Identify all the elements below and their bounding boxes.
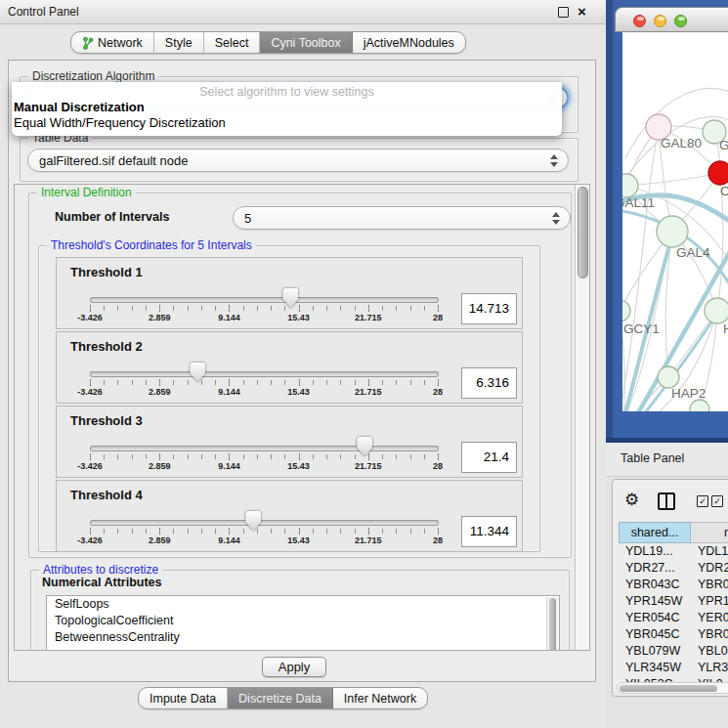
table-row[interactable]: YDL19...YDL1 (619, 543, 728, 560)
threshold-panel-1: Threshold 1-3.4262.8599.14415.4321.71528… (56, 257, 523, 329)
network-edge[interactable] (622, 127, 659, 411)
network-window-titlebar[interactable] (615, 7, 728, 32)
algorithm-dropdown-popup: Select algorithm to view settings Manual… (12, 82, 562, 136)
table-cell: YDL19... (619, 543, 691, 560)
table-cell: YDR27... (619, 560, 691, 577)
apply-button[interactable]: Apply (262, 657, 326, 677)
vertical-scrollbar-thumb[interactable] (578, 187, 588, 278)
network-node-gal4[interactable] (657, 216, 688, 247)
list-scrollbar-thumb[interactable] (549, 598, 556, 651)
tab-label: Infer Network (344, 692, 416, 706)
slider-tick-label: 9.144 (207, 535, 250, 545)
node-label-gal80: GAL80 (661, 136, 702, 150)
network-canvas[interactable]: GAL80GCGAL11GAL4GCY1HHAP2 (622, 32, 728, 411)
tab-impute-data[interactable]: Impute Data (139, 688, 228, 708)
table-row[interactable]: YER054CYER0 (619, 610, 728, 626)
settings-scrollpane: Interval Definition Number of Intervals … (14, 184, 590, 651)
threshold-value-field[interactable]: 11.344 (461, 516, 517, 547)
table-row[interactable]: YBR043CYBR0 (619, 577, 728, 593)
node-label-c: C (720, 184, 728, 198)
table-row[interactable]: YDR27...YDR2 (619, 560, 728, 577)
list-scrollbar[interactable] (546, 597, 558, 651)
column-header-shared[interactable]: shared... (619, 522, 691, 543)
table-row[interactable]: YPR145WYPR1 (619, 593, 728, 610)
tab-cyni-toolbox[interactable]: Cyni Toolbox (260, 32, 352, 53)
algorithm-option-manual-discretization[interactable]: Manual Discretization (14, 100, 145, 114)
network-node-hap2[interactable] (658, 366, 679, 388)
table-cell: YLR3 (691, 660, 728, 676)
tab-infer-network[interactable]: Infer Network (333, 688, 427, 708)
checkbox-icon[interactable]: ✓ (697, 495, 708, 507)
slider-minor-ticks (90, 454, 440, 459)
slider-thumb[interactable] (282, 288, 298, 308)
slider-thumb[interactable] (357, 437, 372, 456)
slider-tick-label: 28 (416, 313, 459, 322)
tab-network[interactable]: Network (71, 32, 154, 53)
slider-thumb-shape (245, 511, 261, 531)
tab-label: Cyni Toolbox (271, 36, 340, 50)
table-row[interactable]: YBL079WYBL0 (619, 643, 728, 660)
tab-style[interactable]: Style (154, 32, 204, 53)
bottom-tab-bar: Impute DataDiscretize DataInfer Network (138, 687, 428, 709)
close-icon[interactable]: × (578, 2, 586, 21)
attribute-item-selfloops[interactable]: SelfLoops (47, 596, 559, 613)
vertical-scrollbar[interactable] (575, 185, 589, 650)
interval-definition-title: Interval Definition (37, 186, 136, 199)
minimize-traffic-light-icon[interactable] (654, 15, 666, 27)
threshold-value-field[interactable]: 6.316 (461, 367, 517, 399)
table-cell: YER0 (691, 610, 728, 626)
tab-label: Impute Data (150, 692, 216, 706)
table-cell: YER054C (619, 610, 691, 626)
attribute-item-topologicalcoefficient[interactable]: TopologicalCoefficient (47, 613, 559, 629)
threshold-value-field[interactable]: 21.4 (461, 442, 517, 473)
number-of-intervals-combobox[interactable]: 5 (233, 206, 571, 230)
threshold-label: Threshold 4 (70, 488, 143, 502)
network-edge[interactable] (626, 173, 720, 186)
threshold-value-field[interactable]: 14.713 (461, 293, 517, 324)
slider-track (90, 297, 439, 303)
column-header-n[interactable]: n (691, 522, 728, 543)
tab-label: jActiveMNodules (364, 36, 454, 50)
tab-label: Select (215, 36, 249, 50)
table-row[interactable]: YLR345WYLR3 (619, 660, 728, 676)
slider-tick-label: -3.426 (68, 387, 111, 397)
slider-thumb[interactable] (245, 511, 261, 531)
horizontal-scrollbar[interactable] (617, 682, 728, 694)
zoom-traffic-light-icon[interactable] (674, 15, 687, 27)
slider-tick-label: 21.715 (347, 313, 390, 322)
network-node-h-node[interactable] (705, 298, 728, 323)
slider-thumb[interactable] (190, 363, 205, 382)
attribute-item-betweennesscentrality[interactable]: BetweennessCentrality (47, 629, 559, 646)
gear-icon[interactable]: ⚙ (624, 491, 639, 508)
network-node-gal11[interactable] (622, 174, 638, 197)
tab-select[interactable]: Select (204, 32, 261, 53)
horizontal-scrollbar-thumb[interactable] (620, 685, 717, 692)
control-panel-titlebar: Control Panel × (0, 0, 606, 24)
table-row[interactable]: YBR045CYBR0 (619, 626, 728, 643)
table-data-combobox[interactable]: galFiltered.sif default node (27, 149, 569, 172)
tab-discretize-data[interactable]: Discretize Data (228, 688, 333, 708)
columns-icon[interactable] (658, 492, 675, 510)
slider-thumb-shape (357, 437, 372, 456)
slider-tick-label: 15.43 (278, 535, 321, 545)
slider-tick-label: -3.426 (68, 535, 111, 545)
numerical-attributes-list[interactable]: SelfLoopsTopologicalCoefficientBetweenne… (46, 595, 560, 651)
network-node-bottom-node[interactable] (690, 400, 709, 411)
algorithm-option-equal-width-frequency-discretization[interactable]: Equal Width/Frequency Discretization (14, 115, 226, 130)
close-traffic-light-icon[interactable] (633, 15, 646, 27)
network-node-gcy1[interactable] (622, 300, 630, 321)
thresholds-group-title: Threshold's Coordinates for 5 Intervals (47, 238, 256, 252)
slider-tick-label: 2.859 (138, 387, 181, 397)
slider-tick-label: 2.859 (138, 313, 181, 322)
table-cell: YBR0 (691, 577, 728, 593)
table-cell: YBR045C (619, 626, 691, 643)
table-data-combo-value: galFiltered.sif default node (39, 153, 188, 168)
network-node-red-node[interactable] (708, 161, 728, 185)
screen: Control Panel × NetworkStyleSelectCyni T… (0, 0, 728, 728)
checkbox-icon[interactable]: ✓ (711, 495, 723, 507)
node-label-hap2: HAP2 (671, 386, 706, 401)
float-window-icon[interactable] (558, 7, 569, 18)
table-panel: ⚙ ✓ ✓ shared...n YDL19...YDL1YDR27...YDR… (612, 479, 728, 697)
tab-jactivemnodules[interactable]: jActiveMNodules (353, 32, 465, 53)
attributes-group-title: Attributes to discretize (39, 563, 162, 577)
